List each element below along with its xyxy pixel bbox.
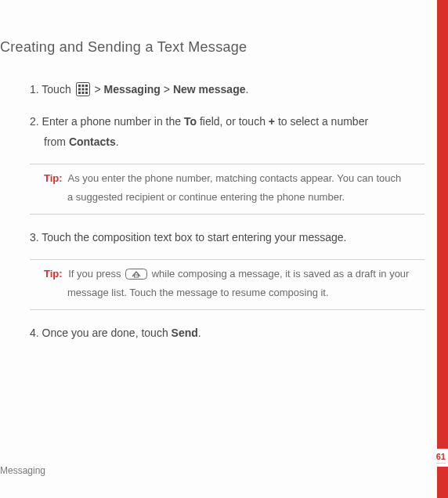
step-number: 1. bbox=[30, 83, 39, 96]
tip-text: If you press while composing a message, … bbox=[68, 268, 409, 280]
step-text: Once you are done, touch Send. bbox=[42, 327, 201, 339]
bold-text: + bbox=[269, 115, 275, 128]
tip-text-continuation: a suggested recipient or continue enteri… bbox=[44, 188, 425, 208]
tip-label: Tip: bbox=[44, 268, 63, 280]
tip-block-1: Tip: As you enter the phone number, matc… bbox=[30, 164, 425, 215]
svg-rect-10 bbox=[126, 269, 147, 280]
text-fragment: while composing a message, it is saved a… bbox=[152, 268, 410, 280]
text-fragment: Once you are done, touch bbox=[42, 327, 172, 339]
bold-text: Messaging bbox=[104, 83, 161, 96]
text-fragment: . bbox=[245, 83, 248, 96]
steps-list: 1. Touch bbox=[0, 79, 425, 344]
step-3: 3. Touch the composition text box to sta… bbox=[30, 227, 425, 248]
step-number: 4. bbox=[30, 327, 39, 339]
step-number: 3. bbox=[30, 231, 39, 244]
svg-rect-2 bbox=[81, 85, 84, 87]
page-title: Creating and Sending a Text Message bbox=[0, 39, 425, 56]
accent-side-tab: 61 bbox=[437, 0, 448, 498]
bold-text: Contacts bbox=[69, 135, 116, 148]
svg-rect-3 bbox=[85, 85, 88, 87]
tip-text: As you enter the phone number, matching … bbox=[68, 172, 402, 184]
svg-rect-1 bbox=[78, 85, 81, 87]
apps-grid-icon bbox=[76, 82, 90, 96]
text-fragment: Touch bbox=[42, 83, 74, 96]
tip-text-continuation: message list. Touch the message to resum… bbox=[44, 283, 425, 303]
home-button-icon bbox=[125, 269, 147, 280]
text-fragment: to select a number bbox=[275, 115, 368, 128]
text-fragment: Enter a phone number in the bbox=[42, 115, 184, 128]
bold-text: To bbox=[184, 115, 197, 128]
svg-rect-7 bbox=[78, 92, 81, 94]
bold-text: Send bbox=[172, 327, 198, 339]
step-text: Touch > Mes bbox=[42, 83, 248, 96]
bold-text: New message bbox=[173, 83, 246, 96]
separator: > bbox=[164, 83, 173, 96]
svg-rect-6 bbox=[85, 88, 88, 91]
text-fragment: field, or touch bbox=[197, 115, 269, 128]
footer-section-label: Messaging bbox=[0, 465, 45, 476]
tip-label: Tip: bbox=[44, 172, 63, 184]
page-number: 61 bbox=[436, 452, 446, 461]
svg-rect-4 bbox=[78, 88, 81, 91]
page-content: Creating and Sending a Text Message 1. T… bbox=[0, 0, 448, 386]
page-number-underline bbox=[436, 463, 446, 464]
step-number: 2. bbox=[30, 115, 39, 128]
text-fragment: . bbox=[116, 135, 119, 148]
separator: > bbox=[94, 83, 103, 96]
step-2: 2. Enter a phone number in the To field,… bbox=[30, 111, 425, 153]
svg-rect-11 bbox=[135, 275, 139, 277]
page-number-box: 61 bbox=[434, 449, 448, 467]
tip-block-2: Tip: If you press while composing a mess… bbox=[30, 259, 425, 310]
text-fragment: from bbox=[44, 135, 69, 148]
step-continuation: from Contacts. bbox=[30, 132, 425, 153]
svg-rect-9 bbox=[85, 92, 88, 94]
step-text: Enter a phone number in the To field, or… bbox=[42, 115, 369, 128]
svg-rect-5 bbox=[81, 88, 84, 91]
text-fragment: If you press bbox=[68, 268, 124, 280]
svg-rect-8 bbox=[81, 92, 84, 94]
step-1: 1. Touch bbox=[30, 79, 425, 100]
text-fragment: . bbox=[198, 327, 201, 339]
step-text: Touch the composition text box to start … bbox=[42, 231, 346, 244]
step-4: 4. Once you are done, touch Send. bbox=[30, 323, 425, 344]
